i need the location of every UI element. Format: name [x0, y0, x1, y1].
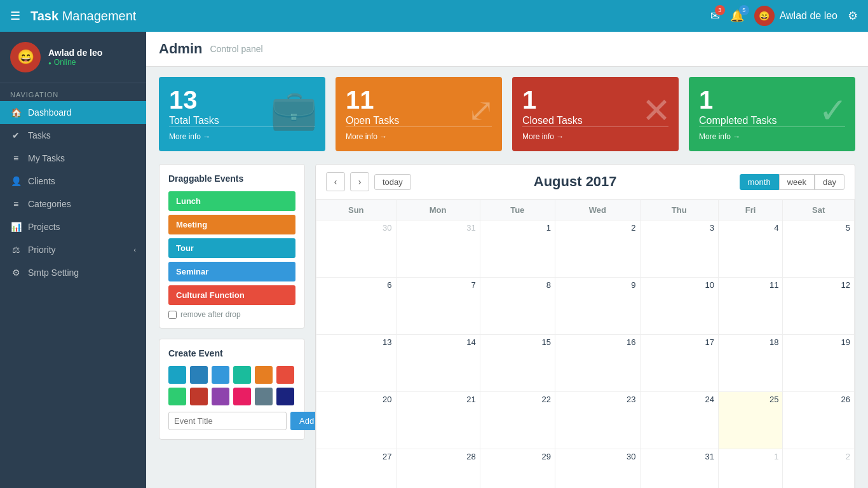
calendar-cell[interactable]: 25 [718, 392, 783, 449]
bell-icon-wrap[interactable]: 🔔 5 [730, 9, 744, 23]
calendar-cell[interactable]: 10 [640, 278, 718, 335]
calendar-cell[interactable]: 31 [640, 449, 718, 489]
app-body: 😄 Awlad de leo Online Navigation 🏠 Dashb… [0, 32, 868, 488]
calendar-cell[interactable]: 21 [396, 392, 480, 449]
drag-event-seminar[interactable]: Seminar [168, 262, 295, 281]
sidebar-item-smtp[interactable]: ⚙ Smtp Setting [0, 261, 146, 284]
color-swatch-12[interactable] [276, 388, 294, 405]
color-swatch-1[interactable] [168, 366, 186, 384]
calendar-day-number: 3 [644, 223, 714, 233]
sidebar-item-tasks[interactable]: ✔ Tasks [0, 124, 146, 147]
hamburger-icon[interactable]: ☰ [10, 9, 20, 23]
calendar-cell[interactable]: 20 [316, 392, 397, 449]
calendar-day-number: 5 [787, 223, 850, 233]
calendar-cell[interactable]: 6 [316, 278, 397, 335]
color-swatch-9[interactable] [212, 388, 229, 405]
calendar-cell[interactable]: 13 [316, 335, 397, 392]
color-swatch-6[interactable] [276, 366, 294, 384]
calendar-cell[interactable]: 22 [480, 392, 555, 449]
drag-event-tour[interactable]: Tour [168, 238, 295, 258]
calendar-cell[interactable]: 30 [316, 220, 397, 278]
calendar-day-number: 22 [484, 395, 551, 404]
calendar-cell[interactable]: 23 [555, 392, 640, 449]
sidebar-item-label: Smtp Setting [28, 268, 79, 278]
calendar-cell[interactable]: 8 [480, 278, 555, 335]
calendar-next-button[interactable]: › [350, 172, 369, 191]
color-swatch-3[interactable] [212, 366, 229, 384]
calendar-day-number: 7 [400, 280, 476, 290]
mail-icon-wrap[interactable]: ✉ 3 [710, 9, 720, 23]
remove-after-drop-checkbox[interactable] [168, 311, 177, 319]
calendar-cell[interactable]: 7 [396, 278, 480, 335]
check-circle-icon: ✓ [818, 90, 848, 130]
calendar-cell[interactable]: 24 [640, 392, 718, 449]
clients-icon: 👤 [10, 176, 22, 186]
topnav-avatar: 😄 [754, 6, 775, 26]
calendar-month-title: August 2017 [534, 173, 617, 190]
calendar-cell[interactable]: 31 [396, 220, 480, 278]
sidebar: 😄 Awlad de leo Online Navigation 🏠 Dashb… [0, 32, 146, 488]
calendar-day-number: 25 [722, 395, 779, 404]
drag-event-meeting[interactable]: Meeting [168, 215, 295, 234]
calendar-cell[interactable]: 2 [783, 449, 855, 489]
color-swatch-2[interactable] [190, 366, 208, 384]
sidebar-item-clients[interactable]: 👤 Clients [0, 170, 146, 193]
sidebar-item-label: Priority [28, 245, 56, 255]
color-swatch-7[interactable] [168, 388, 186, 405]
calendar-cell[interactable]: 17 [640, 335, 718, 392]
calendar-cell[interactable]: 11 [718, 278, 783, 335]
calendar-prev-button[interactable]: ‹ [326, 172, 345, 191]
calendar-view-buttons: month week day [740, 174, 844, 190]
color-swatch-4[interactable] [233, 366, 251, 384]
calendar-day-number: 29 [484, 452, 551, 461]
calendar-view-day[interactable]: day [815, 174, 844, 190]
sidebar-item-priority[interactable]: ⚖ Priority ‹ [0, 238, 146, 261]
calendar-day-number: 24 [644, 395, 714, 404]
calendar-cell[interactable]: 5 [783, 220, 855, 278]
settings-icon[interactable]: ⚙ [848, 9, 858, 23]
calendar-cell[interactable]: 19 [783, 335, 855, 392]
drag-event-lunch[interactable]: Lunch [168, 191, 295, 211]
topnav-right: ✉ 3 🔔 5 😄 Awlad de leo ⚙ [710, 6, 858, 26]
calendar-cell[interactable]: 29 [480, 449, 555, 489]
topnav-user[interactable]: 😄 Awlad de leo [754, 6, 837, 26]
sidebar-nav-label: Navigation [0, 83, 146, 101]
calendar-view-month[interactable]: month [740, 174, 779, 190]
sidebar-item-dashboard[interactable]: 🏠 Dashboard [0, 101, 146, 124]
calendar-day-number: 23 [559, 395, 636, 404]
calendar-cell[interactable]: 18 [718, 335, 783, 392]
color-swatch-11[interactable] [255, 388, 273, 405]
calendar-cell[interactable]: 4 [718, 220, 783, 278]
color-swatch-5[interactable] [255, 366, 273, 384]
sidebar-item-projects[interactable]: 📊 Projects [0, 215, 146, 238]
event-title-input[interactable] [168, 412, 287, 430]
calendar-cell[interactable]: 1 [480, 220, 555, 278]
calendar-cell[interactable]: 12 [783, 278, 855, 335]
calendar-today-button[interactable]: today [374, 174, 411, 190]
sidebar-item-label: My Tasks [28, 153, 65, 163]
calendar-cell[interactable]: 14 [396, 335, 480, 392]
calendar-view-week[interactable]: week [779, 174, 815, 190]
categories-icon: ≡ [10, 199, 22, 209]
calendar-cell[interactable]: 28 [396, 449, 480, 489]
color-swatch-8[interactable] [190, 388, 208, 405]
dashboard-icon: 🏠 [10, 107, 22, 118]
color-swatch-10[interactable] [233, 388, 251, 405]
calendar-cell[interactable]: 26 [783, 392, 855, 449]
smtp-icon: ⚙ [10, 268, 22, 278]
calendar-cell[interactable]: 30 [555, 449, 640, 489]
sidebar-user-info: Awlad de leo Online [48, 48, 102, 67]
calendar-cell[interactable]: 16 [555, 335, 640, 392]
sidebar-item-categories[interactable]: ≡ Categories [0, 193, 146, 215]
mytasks-icon: ≡ [10, 153, 22, 163]
calendar-cell[interactable]: 2 [555, 220, 640, 278]
calendar-cell[interactable]: 15 [480, 335, 555, 392]
sidebar-item-label: Tasks [28, 130, 51, 140]
calendar-cell[interactable]: 9 [555, 278, 640, 335]
drag-event-cultural[interactable]: Cultural Function [168, 285, 295, 305]
sidebar-item-mytasks[interactable]: ≡ My Tasks [0, 147, 146, 170]
main-content-area: Admin Control panel 13 Total Tasks 💼 Mor… [146, 32, 868, 488]
calendar-cell[interactable]: 1 [718, 449, 783, 489]
calendar-cell[interactable]: 3 [640, 220, 718, 278]
calendar-cell[interactable]: 27 [316, 449, 397, 489]
